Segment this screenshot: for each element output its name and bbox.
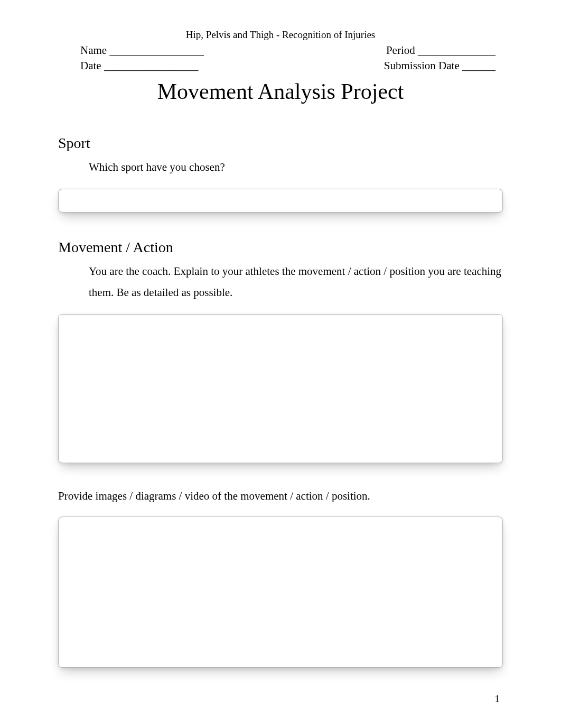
section-heading-movement: Movement / Action [58,239,503,256]
period-field-label[interactable]: Period ______________ [386,44,503,57]
section-prompt-movement: You are the coach. Explain to your athle… [58,261,503,303]
name-field-label[interactable]: Name _________________ [58,44,204,57]
answer-box-sport[interactable] [58,189,503,213]
info-row-2: Date _________________ Submission Date _… [58,59,503,72]
info-row-1: Name _________________ Period __________… [58,44,503,57]
date-field-label[interactable]: Date _________________ [58,59,198,72]
header-subject: Hip, Pelvis and Thigh - Recognition of I… [58,29,503,41]
section-heading-sport: Sport [58,135,503,152]
section-prompt-sport: Which sport have you chosen? [58,157,503,178]
page-number: 1 [495,693,500,705]
page-title: Movement Analysis Project [58,79,503,104]
section-prompt-images: Provide images / diagrams / video of the… [58,490,503,503]
answer-box-movement[interactable] [58,314,503,463]
answer-box-images[interactable] [58,517,503,668]
submission-date-field-label[interactable]: Submission Date ______ [384,59,503,72]
